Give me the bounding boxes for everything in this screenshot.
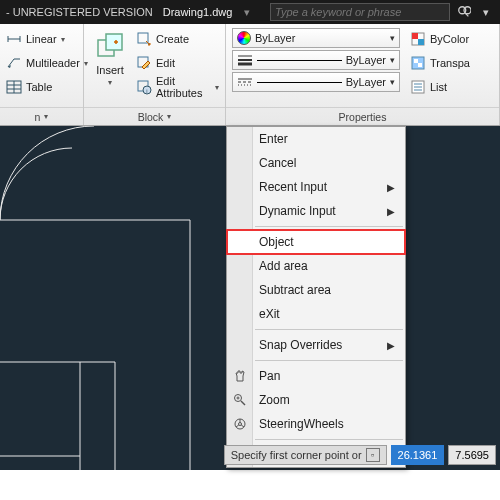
ctx-item-add-area[interactable]: Add area: [227, 254, 405, 278]
transparency-icon: [410, 55, 426, 71]
submenu-arrow-icon: ▶: [387, 340, 395, 351]
linetype-label: ByLayer: [346, 76, 386, 88]
transparency-button[interactable]: Transpa: [410, 52, 470, 74]
panel-block-title[interactable]: Block ▾: [84, 107, 225, 125]
multileader-icon: [6, 55, 22, 71]
edit-attributes-icon: i: [136, 79, 152, 95]
panel-annotation: Linear ▾ Multileader ▾ Table n ▾: [0, 24, 84, 125]
linear-label: Linear: [26, 33, 57, 45]
submenu-arrow-icon: ▶: [387, 206, 395, 217]
table-button[interactable]: Table: [6, 76, 88, 98]
ctx-item-dynamic-input[interactable]: Dynamic Input▶: [227, 199, 405, 223]
chevron-down-icon: ▾: [390, 55, 395, 65]
svg-rect-29: [418, 63, 422, 67]
list-label: List: [430, 81, 447, 93]
ctx-item-steering-wheels[interactable]: SteeringWheels: [227, 412, 405, 436]
search-icon[interactable]: [456, 4, 472, 20]
linear-dim-icon: [6, 31, 22, 47]
color-label: ByLayer: [255, 32, 295, 44]
panel-properties-title[interactable]: Properties: [226, 107, 499, 125]
chevron-down-icon: ▾: [44, 112, 48, 121]
ctx-item-pan[interactable]: Pan: [227, 364, 405, 388]
svg-line-47: [236, 425, 239, 427]
command-prompt[interactable]: Specify first corner point or ▫: [224, 445, 387, 465]
chevron-down-icon: ▾: [390, 33, 395, 43]
chevron-down-icon[interactable]: ▾: [61, 35, 65, 44]
lineweight-icon: [237, 52, 253, 68]
drawing-area[interactable]: Enter Cancel Recent Input▶ Dynamic Input…: [0, 126, 500, 470]
status-bar: Specify first corner point or ▫ 26.1361 …: [0, 440, 500, 470]
ctx-item-object[interactable]: Object: [227, 230, 405, 254]
insert-label: Insert: [96, 64, 124, 76]
coord-x[interactable]: 26.1361: [391, 445, 445, 465]
ctx-item-recent-input[interactable]: Recent Input▶: [227, 175, 405, 199]
svg-rect-28: [414, 59, 418, 63]
context-menu-separator: [255, 329, 403, 330]
panel-properties: ByLayer ▾ ByLayer ▾ ByLayer ▾ ByColor: [226, 24, 500, 125]
create-button[interactable]: Create: [136, 28, 219, 50]
coord-y[interactable]: 7.5695: [448, 445, 496, 465]
prompt-text: Specify first corner point or: [231, 449, 362, 461]
steering-wheel-icon: [232, 416, 248, 432]
help-search-box[interactable]: [270, 3, 450, 21]
table-icon: [6, 79, 22, 95]
list-icon: [410, 79, 426, 95]
svg-text:i: i: [146, 88, 147, 94]
unregistered-label: - UNREGISTERED VERSION: [6, 6, 153, 18]
edit-label: Edit: [156, 57, 175, 69]
edit-block-icon: [136, 55, 152, 71]
ctx-item-snap-overrides[interactable]: Snap Overrides▶: [227, 333, 405, 357]
linear-button[interactable]: Linear ▾: [6, 28, 88, 50]
svg-line-41: [241, 401, 245, 405]
svg-point-45: [239, 423, 242, 426]
bycolor-button[interactable]: ByColor: [410, 28, 470, 50]
edit-attributes-button[interactable]: i Edit Attributes ▾: [136, 76, 219, 98]
svg-line-48: [241, 425, 244, 427]
submenu-arrow-icon: ▶: [387, 182, 395, 193]
title-dropdown-icon[interactable]: ▾: [478, 4, 494, 20]
ribbon: Linear ▾ Multileader ▾ Table n ▾: [0, 24, 500, 126]
list-button[interactable]: List: [410, 76, 470, 98]
pan-icon: [232, 368, 248, 384]
title-bar: - UNREGISTERED VERSION Drawing1.dwg ▾ ▾: [0, 0, 500, 24]
ctx-item-exit[interactable]: eXit: [227, 302, 405, 326]
panel-block: Insert ▾ Create Edit i Edit Attributes ▾: [84, 24, 226, 125]
color-swatch-icon: [237, 31, 251, 45]
color-selector[interactable]: ByLayer ▾: [232, 28, 400, 48]
svg-point-2: [464, 7, 471, 14]
table-label: Table: [26, 81, 52, 93]
filename-dropdown-icon[interactable]: ▾: [244, 6, 250, 19]
svg-rect-25: [412, 33, 418, 39]
linetype-icon: [237, 74, 253, 90]
help-search-input[interactable]: [271, 6, 449, 18]
ctx-item-subtract-area[interactable]: Subtract area: [227, 278, 405, 302]
chevron-down-icon: ▾: [390, 77, 395, 87]
insert-icon: [94, 30, 126, 62]
bycolor-label: ByColor: [430, 33, 469, 45]
create-label: Create: [156, 33, 189, 45]
transparency-label: Transpa: [430, 57, 470, 69]
chevron-down-icon: ▾: [167, 112, 171, 121]
filename-label: Drawing1.dwg: [163, 6, 233, 18]
insert-button[interactable]: Insert ▾: [90, 28, 130, 89]
zoom-icon: [232, 392, 248, 408]
edit-button[interactable]: Edit: [136, 52, 219, 74]
context-menu-separator: [255, 226, 403, 227]
ctx-item-zoom[interactable]: Zoom: [227, 388, 405, 412]
ctx-item-enter[interactable]: Enter: [227, 127, 405, 151]
pick-point-icon[interactable]: ▫: [366, 448, 380, 462]
ctx-item-cancel[interactable]: Cancel: [227, 151, 405, 175]
lineweight-label: ByLayer: [346, 54, 386, 66]
chevron-down-icon: ▾: [108, 78, 112, 87]
multileader-label: Multileader: [26, 57, 80, 69]
lineweight-selector[interactable]: ByLayer ▾: [232, 50, 400, 70]
svg-rect-26: [418, 39, 424, 45]
context-menu-separator: [255, 360, 403, 361]
context-menu: Enter Cancel Recent Input▶ Dynamic Input…: [226, 126, 406, 468]
chevron-down-icon[interactable]: ▾: [215, 83, 219, 92]
linetype-selector[interactable]: ByLayer ▾: [232, 72, 400, 92]
edit-attributes-label: Edit Attributes: [156, 75, 211, 99]
multileader-button[interactable]: Multileader ▾: [6, 52, 88, 74]
create-block-icon: [136, 31, 152, 47]
panel-annotation-title[interactable]: n ▾: [0, 107, 83, 125]
